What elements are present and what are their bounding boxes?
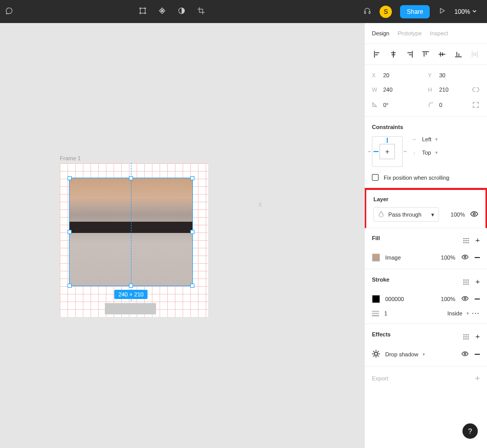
panel-tabs: Design Prototype Inspect — [365, 23, 487, 44]
resize-handle-bl[interactable] — [68, 284, 72, 288]
crop-icon[interactable] — [197, 7, 205, 17]
svg-point-22 — [463, 282, 464, 283]
zoom-value: 100% — [454, 8, 470, 15]
link-dimensions-icon[interactable] — [472, 86, 480, 94]
stroke-weight-input[interactable]: 1 — [384, 310, 387, 316]
align-top-icon[interactable] — [420, 49, 431, 59]
resize-handle-bm[interactable] — [129, 284, 133, 288]
svg-point-31 — [468, 334, 469, 335]
resize-handle-tr[interactable] — [190, 176, 194, 180]
chevron-down-icon: ▾ — [435, 150, 438, 155]
constraint-v-dropdown[interactable]: ↕ Top ▾ — [411, 150, 438, 156]
svg-rect-0 — [140, 8, 145, 13]
comment-icon[interactable] — [5, 7, 13, 17]
effect-settings-icon[interactable] — [372, 350, 380, 359]
play-icon[interactable] — [438, 7, 446, 17]
tab-prototype[interactable]: Prototype — [397, 30, 422, 36]
svg-point-11 — [468, 238, 469, 239]
fill-opacity-input[interactable]: 100% — [441, 254, 455, 261]
fill-swatch[interactable] — [372, 253, 380, 262]
stroke-row[interactable]: 000000 100% — [372, 295, 480, 303]
selected-image[interactable]: 240 × 210 — [70, 178, 192, 286]
resize-handle-tm[interactable] — [129, 176, 133, 180]
constraints-section: Constraints + ↔ Left ▾ ↕ Top ▾ — [365, 117, 487, 188]
mask-icon[interactable] — [178, 7, 186, 17]
fill-row[interactable]: Image 100% — [372, 253, 480, 262]
tab-inspect[interactable]: Inspect — [430, 30, 448, 36]
svg-rect-7 — [369, 11, 370, 13]
vertical-arrow-icon: ↕ — [411, 150, 418, 156]
resize-handle-tl[interactable] — [68, 176, 72, 180]
export-section: Export + — [365, 367, 487, 390]
remove-stroke-icon[interactable] — [475, 298, 480, 300]
align-vcenter-icon[interactable] — [437, 49, 447, 59]
horizontal-arrow-icon: ↔ — [411, 136, 418, 142]
frame-label[interactable]: Frame 1 — [60, 155, 81, 161]
fix-position-checkbox[interactable]: Fix position when scrolling — [372, 174, 480, 181]
x-input[interactable]: X20 — [372, 72, 424, 78]
rotation-input[interactable]: 0° — [372, 101, 424, 109]
frame[interactable]: 240 × 210 — [60, 163, 208, 317]
fill-title: Fill — [372, 235, 380, 241]
transform-section: X20 Y30 W240 H210 0° 0 — [365, 65, 487, 117]
frame-tool-icon[interactable] — [139, 7, 147, 17]
style-picker-icon[interactable] — [463, 279, 469, 286]
tab-design[interactable]: Design — [372, 30, 389, 36]
svg-point-35 — [463, 338, 464, 339]
resize-handle-lm[interactable] — [68, 230, 72, 234]
stroke-advanced-icon[interactable]: ··· — [472, 310, 480, 316]
help-button[interactable]: ? — [462, 423, 478, 439]
components-icon[interactable] — [158, 7, 166, 17]
remove-effect-icon[interactable] — [475, 354, 480, 355]
layer-opacity-input[interactable]: 100% — [451, 211, 465, 218]
corner-radius-input[interactable]: 0 — [428, 101, 480, 109]
add-stroke-icon[interactable]: + — [475, 279, 480, 286]
align-hcenter-icon[interactable] — [388, 49, 399, 59]
corner-radius-icon — [428, 102, 434, 109]
effect-row[interactable]: Drop shadow ▾ — [372, 350, 480, 359]
remove-fill-icon[interactable] — [475, 257, 480, 258]
share-button[interactable]: Share — [400, 5, 430, 18]
add-export-icon[interactable]: + — [475, 374, 480, 383]
align-right-icon[interactable] — [405, 49, 415, 59]
resize-handle-rm[interactable] — [190, 230, 194, 234]
zoom-dropdown[interactable]: 100% — [454, 8, 477, 15]
independent-corners-icon[interactable] — [472, 101, 480, 109]
svg-point-23 — [466, 282, 467, 283]
visibility-toggle-icon[interactable] — [461, 350, 469, 358]
chevron-down-icon: ▾ — [467, 311, 469, 316]
chevron-down-icon: ▾ — [435, 137, 438, 142]
constraint-h-dropdown[interactable]: ↔ Left ▾ — [411, 136, 438, 142]
effect-type-dropdown[interactable]: Drop shadow ▾ — [385, 351, 425, 357]
constraints-widget[interactable]: + — [372, 136, 403, 167]
w-input[interactable]: W240 — [372, 86, 424, 94]
svg-point-28 — [464, 297, 466, 300]
alignment-guide — [131, 163, 131, 301]
svg-point-17 — [468, 242, 469, 243]
style-picker-icon[interactable] — [463, 334, 469, 341]
style-picker-icon[interactable] — [463, 238, 469, 245]
headphones-icon[interactable] — [363, 7, 371, 17]
stroke-title: Stroke — [372, 276, 389, 283]
svg-point-16 — [466, 242, 467, 243]
svg-point-18 — [464, 256, 466, 258]
visibility-toggle-icon[interactable] — [461, 253, 469, 262]
blend-mode-dropdown[interactable]: Pass through ▾ — [373, 207, 439, 222]
stroke-opacity-input[interactable]: 100% — [441, 296, 455, 302]
resize-handle-br[interactable] — [190, 284, 194, 288]
stroke-swatch[interactable] — [372, 295, 380, 303]
svg-point-33 — [466, 336, 467, 337]
add-effect-icon[interactable]: + — [475, 334, 480, 341]
add-fill-icon[interactable]: + — [475, 238, 480, 245]
visibility-toggle-icon[interactable] — [461, 295, 469, 303]
svg-point-26 — [466, 284, 467, 285]
user-avatar[interactable]: S — [380, 6, 392, 18]
align-left-icon[interactable] — [372, 49, 382, 59]
h-input[interactable]: H210 — [428, 86, 480, 94]
svg-point-12 — [463, 240, 464, 241]
y-input[interactable]: Y30 — [428, 72, 480, 78]
visibility-toggle-icon[interactable] — [470, 210, 478, 219]
align-bottom-icon[interactable] — [453, 49, 463, 59]
stroke-position-dropdown[interactable]: Inside ▾ — [447, 310, 469, 316]
canvas[interactable]: Frame 1 240 × 210 ⠿ — [0, 23, 364, 448]
